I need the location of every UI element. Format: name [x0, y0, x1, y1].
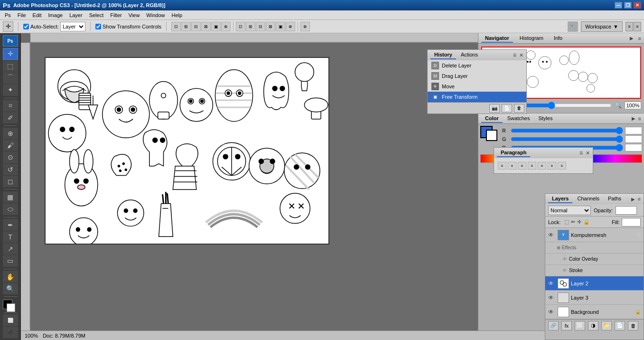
- align-center-btn[interactable]: ≡: [508, 162, 516, 170]
- healing-brush-tool[interactable]: ⊕: [3, 128, 18, 139]
- tab-histogram[interactable]: Histogram: [516, 34, 547, 43]
- layer-group-btn[interactable]: 📁: [601, 321, 612, 331]
- justify-all-btn[interactable]: ≡: [558, 162, 566, 170]
- effect-eye-color-overlay[interactable]: 👁: [562, 256, 567, 262]
- clone-stamp-tool[interactable]: ⊙: [3, 151, 18, 163]
- justify-right-btn[interactable]: ≡: [548, 162, 556, 170]
- layer-effect-stroke[interactable]: 👁 Stroke: [545, 265, 644, 276]
- zoom-tool[interactable]: 🔍: [3, 283, 18, 294]
- lock-all-icon[interactable]: 🔒: [583, 219, 590, 225]
- tab-history[interactable]: History: [430, 51, 456, 59]
- align-bottom-icon[interactable]: ⊕: [221, 22, 231, 31]
- effect-eye-stroke[interactable]: 👁: [562, 268, 567, 273]
- move-tool[interactable]: ✛: [3, 48, 18, 59]
- layer-link-btn[interactable]: 🔗: [548, 321, 559, 331]
- document-canvas[interactable]: [45, 57, 329, 245]
- paragraph-close-btn[interactable]: ✕: [586, 150, 590, 156]
- r-value[interactable]: 255: [625, 127, 642, 134]
- delete-state-btn[interactable]: 🗑: [514, 104, 524, 113]
- color-collapse-btn[interactable]: ▶: [632, 116, 635, 121]
- menu-filter[interactable]: Filter: [107, 11, 124, 19]
- history-brush-tool[interactable]: ↺: [3, 164, 18, 175]
- justify-center-btn[interactable]: ≡: [538, 162, 546, 170]
- fg-bg-selector[interactable]: [480, 126, 499, 141]
- nav-zoom-in-icon[interactable]: 🔍: [615, 102, 622, 109]
- navigator-menu-btn[interactable]: ≡: [638, 36, 641, 41]
- new-document-btn[interactable]: 📄: [502, 104, 512, 113]
- eraser-tool[interactable]: ◻: [3, 176, 18, 187]
- path-select-tool[interactable]: ↗: [3, 243, 18, 255]
- navigator-collapse-btn[interactable]: ▶: [630, 36, 634, 41]
- g-slider[interactable]: [511, 136, 623, 142]
- menu-window[interactable]: Window: [143, 11, 168, 19]
- tab-actions[interactable]: Actions: [457, 51, 482, 59]
- history-more-btn[interactable]: ≡: [513, 52, 516, 58]
- distribute-left-icon[interactable]: ⊡: [236, 22, 245, 31]
- menu-layer[interactable]: Layer: [66, 11, 85, 19]
- b-value[interactable]: 255: [625, 144, 642, 151]
- justify-left-btn[interactable]: ≡: [528, 162, 536, 170]
- layers-menu-btn[interactable]: ≡: [638, 196, 641, 202]
- tab-navigator[interactable]: Navigator: [481, 34, 513, 43]
- gradient-tool[interactable]: ▦: [3, 191, 18, 203]
- menu-file[interactable]: File: [15, 11, 29, 19]
- tab-styles[interactable]: Styles: [534, 114, 556, 123]
- quick-mask-btn[interactable]: ⬜: [3, 314, 18, 326]
- color-menu-btn[interactable]: ≡: [638, 116, 641, 122]
- background-color[interactable]: [7, 303, 15, 312]
- align-left-icon[interactable]: ⊡: [171, 22, 181, 31]
- align-right-btn[interactable]: ≡: [518, 162, 526, 170]
- menu-select[interactable]: Select: [86, 11, 107, 19]
- tab-color[interactable]: Color: [481, 114, 503, 123]
- tab-swatches[interactable]: Swatches: [504, 114, 534, 123]
- align-center-h-icon[interactable]: ⊞: [181, 22, 191, 31]
- panel-toggle-2[interactable]: ≡: [634, 22, 641, 31]
- hand-tool[interactable]: ✋: [3, 271, 18, 282]
- layer-item-komputermesh[interactable]: 👁 T Komputermesh fx: [545, 228, 644, 242]
- distribute-bottom-icon[interactable]: ⊕: [286, 22, 295, 31]
- tab-channels[interactable]: Channels: [573, 195, 603, 203]
- layer-effect-color-overlay[interactable]: 👁 Color Overlay: [545, 254, 644, 265]
- layers-collapse-btn[interactable]: ▶: [631, 197, 635, 202]
- fill-input[interactable]: 100%: [622, 218, 641, 227]
- menu-edit[interactable]: Edit: [30, 11, 45, 19]
- transform-controls-checkbox[interactable]: [95, 24, 101, 29]
- lasso-tool[interactable]: ⌒: [3, 72, 18, 84]
- menu-help[interactable]: Help: [168, 11, 185, 19]
- align-left-btn[interactable]: ≡: [498, 162, 506, 170]
- window-controls[interactable]: — ❐ ✕: [615, 2, 641, 9]
- lock-pixels-icon[interactable]: ✏: [571, 219, 575, 225]
- layer-item-layer3[interactable]: 👁 Layer 3: [545, 291, 644, 305]
- workspace-button[interactable]: Workspace ▼: [581, 21, 623, 32]
- menu-ps[interactable]: Ps: [2, 11, 14, 19]
- layer-item-layer2[interactable]: 👁 Layer 2: [545, 276, 644, 291]
- tab-paths[interactable]: Paths: [604, 195, 625, 203]
- distribute-top-icon[interactable]: ⊠: [266, 22, 275, 31]
- panel-toggle-1[interactable]: ≡: [625, 22, 633, 31]
- brush-tool[interactable]: 🖌: [3, 140, 18, 151]
- menu-image[interactable]: Image: [46, 11, 66, 19]
- distribute-center-h-icon[interactable]: ⊞: [246, 22, 255, 31]
- history-item-delete-layer[interactable]: D Delete Layer: [428, 60, 526, 71]
- lock-transparent-icon[interactable]: ⬚: [564, 219, 569, 225]
- paragraph-more-btn[interactable]: ≡: [579, 150, 583, 156]
- align-middle-icon[interactable]: ▣: [211, 22, 221, 31]
- layer-item-background[interactable]: 👁 Background 🔒: [545, 305, 644, 319]
- magic-wand-tool[interactable]: ✦: [3, 84, 18, 95]
- distribute-right-icon[interactable]: ⊟: [256, 22, 265, 31]
- history-close-btn[interactable]: ✕: [519, 52, 523, 58]
- layer-visibility-layer2[interactable]: 👁: [548, 280, 556, 287]
- layer-mask-btn[interactable]: ⬜: [575, 321, 585, 331]
- history-item-drag-layer[interactable]: M Drag Layer: [428, 71, 526, 81]
- auto-align-icon[interactable]: ⊕: [300, 22, 310, 31]
- tab-info[interactable]: Info: [550, 34, 566, 43]
- tab-paragraph[interactable]: Paragraph: [497, 149, 530, 157]
- color-swatches[interactable]: [3, 300, 18, 310]
- screen-mode-btn[interactable]: ⬛: [3, 327, 18, 338]
- distribute-middle-icon[interactable]: ▣: [276, 22, 285, 31]
- minimize-button[interactable]: —: [615, 2, 622, 9]
- snapshot-btn[interactable]: 📷: [489, 104, 500, 113]
- layer-adjustment-btn[interactable]: ◑: [588, 321, 598, 331]
- close-button[interactable]: ✕: [634, 2, 641, 9]
- tool-preset-btn[interactable]: 🔧: [568, 21, 578, 32]
